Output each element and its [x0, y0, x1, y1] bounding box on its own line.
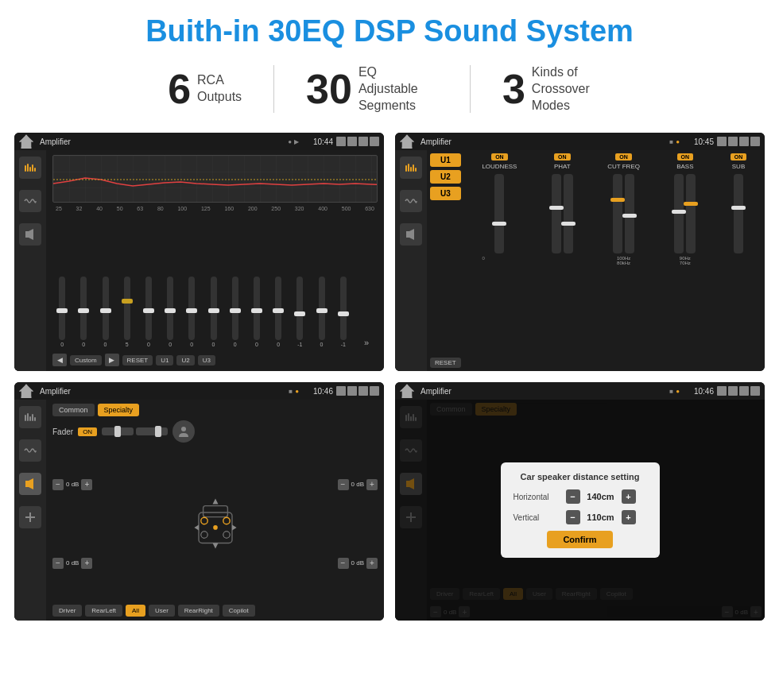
home-icon-4[interactable] — [400, 384, 414, 398]
wave-icon-3[interactable] — [19, 439, 41, 462]
time-2: 10:45 — [694, 137, 714, 146]
slider-1[interactable]: 0 — [52, 277, 72, 347]
svg-rect-4 — [406, 231, 409, 238]
loudness-on[interactable]: ON — [491, 153, 508, 160]
custom-btn[interactable]: Custom — [70, 355, 102, 365]
wave-icon[interactable] — [19, 190, 41, 212]
dialog-title: Car speaker distance setting — [514, 472, 647, 481]
app-title-3: Amplifier — [40, 387, 285, 396]
u1-select[interactable]: U1 — [430, 153, 461, 167]
u3-select[interactable]: U3 — [430, 187, 461, 200]
vertical-label: Vertical — [514, 513, 561, 522]
plus-btn-4[interactable]: + — [366, 558, 378, 569]
home-icon-3[interactable] — [19, 384, 33, 398]
sub-col: ON SUB — [731, 153, 747, 265]
svg-marker-16 — [212, 499, 218, 505]
eq-icon-2[interactable] — [400, 157, 422, 179]
slider-6[interactable]: 0 — [161, 277, 180, 347]
arrows-icon[interactable] — [19, 506, 41, 528]
cutfreq-on[interactable]: ON — [615, 153, 632, 160]
volume-icon-4 — [728, 386, 738, 396]
eq-icon-3[interactable] — [19, 406, 41, 428]
fader-on-badge[interactable]: ON — [78, 427, 97, 436]
home-icon[interactable] — [19, 134, 33, 149]
stat-rca-label: RCAOutputs — [197, 72, 242, 106]
phat-on[interactable]: ON — [554, 153, 571, 160]
back-icon-4 — [750, 386, 760, 396]
slider-14[interactable]: -1 — [334, 277, 353, 347]
crossover-headers: ON LOUDNESS 0 ON PHAT — [467, 153, 762, 265]
speaker-icon-3[interactable] — [19, 473, 41, 495]
stat-eq: 30 EQ AdjustableSegments — [274, 64, 470, 114]
common-tab[interactable]: Common — [52, 404, 95, 416]
home-icon-2[interactable] — [400, 134, 414, 149]
horizontal-plus[interactable]: + — [622, 489, 636, 504]
bottom-buttons-3: Driver RearLeft All User RearRight Copil… — [52, 605, 378, 617]
slider-12[interactable]: -1 — [290, 277, 309, 347]
all-btn[interactable]: All — [126, 605, 145, 617]
slider-11[interactable]: 0 — [269, 277, 288, 347]
speaker-icon-2[interactable] — [400, 223, 422, 246]
slider-3[interactable]: 0 — [95, 277, 114, 347]
u-buttons: U1 U2 U3 RESET — [427, 150, 464, 371]
dialog-screen: Amplifier ■ ● 10:46 — [395, 382, 765, 621]
stats-row: 6 RCAOutputs 30 EQ AdjustableSegments 3 … — [0, 56, 779, 125]
user-btn[interactable]: User — [149, 605, 175, 617]
volume-icon-3 — [347, 386, 357, 396]
slider-4[interactable]: 5 — [118, 277, 137, 347]
fader-slider-2[interactable] — [136, 427, 168, 435]
fader-slider-1[interactable] — [102, 427, 134, 435]
slider-5[interactable]: 0 — [139, 277, 158, 347]
dialog-screen-body: Common Specialty Driver RearLeft All Use… — [395, 400, 765, 621]
play-btn[interactable]: ▶ — [105, 354, 119, 366]
confirm-button[interactable]: Confirm — [547, 531, 612, 548]
minus-btn-2[interactable]: − — [52, 558, 64, 569]
eq-graph — [52, 155, 378, 203]
wave-icon-2[interactable] — [400, 190, 422, 212]
volume-icon — [347, 137, 357, 146]
camera-icon — [336, 137, 346, 146]
volume-icon-2 — [728, 137, 738, 146]
plus-btn-1[interactable]: + — [81, 479, 92, 490]
eq-icon[interactable] — [19, 157, 41, 179]
driver-btn[interactable]: Driver — [52, 605, 82, 617]
db-val-4: 0 dB — [351, 559, 364, 567]
slider-10[interactable]: 0 — [247, 277, 266, 347]
slider-2[interactable]: 0 — [74, 277, 93, 347]
slider-7[interactable]: 0 — [182, 277, 201, 347]
minus-btn-3[interactable]: − — [338, 479, 349, 490]
rearright-btn[interactable]: RearRight — [178, 605, 219, 617]
prev-btn[interactable]: ◀ — [52, 354, 67, 366]
specialty-tab[interactable]: Specialty — [98, 404, 140, 416]
plus-btn-3[interactable]: + — [366, 479, 378, 490]
sub-on[interactable]: ON — [731, 153, 747, 160]
copilot-btn[interactable]: Copilot — [223, 605, 255, 617]
reset-btn-2[interactable]: RESET — [430, 358, 461, 368]
vertical-plus[interactable]: + — [622, 510, 636, 524]
stat-eq-label: EQ AdjustableSegments — [358, 64, 438, 114]
minus-btn-4[interactable]: − — [338, 558, 349, 569]
rearleft-btn[interactable]: RearLeft — [85, 605, 122, 617]
vertical-minus[interactable]: − — [566, 510, 580, 524]
u2-btn-1[interactable]: U2 — [176, 355, 194, 365]
eq-sliders: 0 0 0 5 0 — [52, 215, 378, 350]
reset-btn-1[interactable]: RESET — [122, 355, 153, 365]
horizontal-minus[interactable]: − — [566, 489, 580, 504]
minus-btn-1[interactable]: − — [52, 479, 64, 490]
slider-8[interactable]: 0 — [203, 277, 223, 347]
u3-btn-1[interactable]: U3 — [198, 355, 215, 365]
back-icon-2 — [750, 137, 760, 146]
plus-btn-2[interactable]: + — [81, 558, 92, 569]
slider-13[interactable]: 0 — [312, 277, 331, 347]
speaker-icon[interactable] — [19, 223, 41, 246]
camera-icon-2 — [717, 137, 727, 146]
u1-btn-1[interactable]: U1 — [156, 355, 173, 365]
bass-on[interactable]: ON — [677, 153, 694, 160]
app-title-2: Amplifier — [421, 137, 666, 146]
u2-select[interactable]: U2 — [430, 170, 461, 184]
slider-15[interactable]: » — [355, 338, 378, 347]
slider-9[interactable]: 0 — [226, 277, 245, 347]
phat-col: ON PHAT — [552, 153, 573, 265]
vertical-value: 110cm — [585, 512, 617, 522]
eq-main: 25 32 40 50 63 80 100 125 160 200 250 32… — [46, 150, 384, 371]
